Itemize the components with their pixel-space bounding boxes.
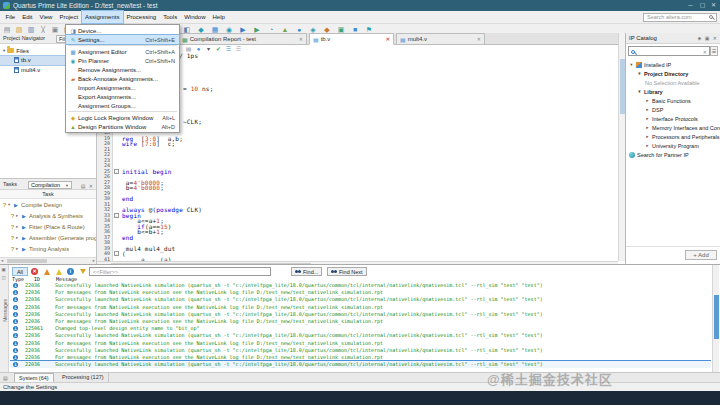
- indent-icon[interactable]: ☰: [225, 45, 232, 53]
- run-task-icon[interactable]: ▶: [22, 246, 29, 252]
- message-row[interactable]: i22036Successfully launched NativeLink s…: [10, 282, 711, 289]
- message-row[interactable]: i125061Changed top-level design entity n…: [10, 325, 711, 332]
- filter-warnings-button[interactable]: [54, 267, 63, 276]
- close-button[interactable]: ✕: [708, 0, 719, 11]
- add-ip-button[interactable]: + Add: [685, 250, 717, 260]
- close-tab-icon[interactable]: ✕: [299, 36, 303, 42]
- menu-view[interactable]: View: [36, 11, 56, 23]
- menu-item-remove-assignments[interactable]: Remove Assignments...: [66, 65, 179, 74]
- ip-item-dsp[interactable]: ▸DSP: [626, 105, 720, 114]
- close-tab-icon[interactable]: ✕: [386, 36, 390, 42]
- filter-errors-button[interactable]: ✕: [30, 267, 39, 276]
- dock-icon[interactable]: ▣: [2, 267, 6, 272]
- find-button[interactable]: Find...: [291, 267, 322, 276]
- menu-item-design-partitions-window[interactable]: ▲Design Partitions WindowAlt+D: [66, 122, 179, 131]
- message-row[interactable]: i22036Successfully launched NativeLink s…: [10, 361, 711, 368]
- menu-edit[interactable]: Edit: [19, 11, 36, 23]
- expand-arrow-icon[interactable]: ▸: [645, 134, 650, 139]
- tasks-panel-icons[interactable]: ▤ ✕: [81, 181, 94, 192]
- message-row[interactable]: i22036For messages from NativeLink execu…: [10, 318, 711, 325]
- run-task-icon[interactable]: ▶: [22, 224, 29, 230]
- expand-arrow-icon[interactable]: ▸: [645, 98, 650, 103]
- task-timing-analysis[interactable]: ?▸▶Timing Analysis: [0, 243, 96, 254]
- run-task-icon[interactable]: ▶: [22, 235, 29, 241]
- menu-project[interactable]: Project: [56, 11, 82, 23]
- spell-check-icon[interactable]: ✔: [215, 45, 222, 53]
- expand-arrow-icon[interactable]: ▾: [3, 48, 5, 53]
- clear-search-icon[interactable]: ✕: [703, 47, 707, 57]
- close-tab-icon[interactable]: ✕: [477, 36, 481, 42]
- filter-critical-warnings-button[interactable]: [42, 267, 51, 276]
- ip-item-university-program[interactable]: ▸University Program: [626, 141, 720, 150]
- menu-item-assignment-editor[interactable]: ▦Assignment EditorCtrl+Shift+A: [66, 47, 179, 56]
- message-row[interactable]: i22036For messages from NativeLink execu…: [10, 289, 711, 296]
- menu-item-settings[interactable]: ✎Settings...Ctrl+Shift+E: [66, 35, 179, 44]
- message-row[interactable]: i22036For messages from NativeLink execu…: [10, 340, 711, 347]
- ip-item-installed-ip[interactable]: ▾Installed IP: [626, 60, 720, 69]
- expand-arrow-icon[interactable]: ▾: [629, 62, 634, 67]
- menu-item-assignment-groups[interactable]: Assignment Groups...: [66, 101, 179, 110]
- task-compile-design[interactable]: ?▾▶Compile Design: [0, 199, 96, 210]
- menu-item-back-annotate-assignments[interactable]: ▰Back-Annotate Assignments...: [66, 74, 179, 83]
- menu-processing[interactable]: Processing: [123, 11, 160, 23]
- menu-item-export-assignments[interactable]: Export Assignments...: [66, 92, 179, 101]
- ip-item-project-directory[interactable]: ▾Project Directory: [626, 69, 720, 78]
- tab-compilation-report-test[interactable]: ▦Compilation Report - test✕: [178, 33, 307, 45]
- code-editor[interactable]: `timescale 1ns / 1psmodule tb;reg CLK;pa…: [122, 53, 616, 261]
- menu-item-device[interactable]: ◨Device...: [66, 26, 179, 35]
- expand-arrow-icon[interactable]: ▸: [645, 143, 650, 148]
- menu-file[interactable]: File: [2, 11, 19, 23]
- ip-search-options-button[interactable]: ☰: [710, 46, 718, 56]
- messages-tabs-icon[interactable]: ▤: [3, 375, 8, 381]
- ip-item-no-selection-available[interactable]: No Selection Available: [626, 78, 720, 87]
- messages-vscrollbar[interactable]: [712, 265, 719, 372]
- ip-catalog-search-input[interactable]: ✕: [628, 46, 710, 56]
- ip-item-library[interactable]: ▾Library: [626, 87, 720, 96]
- task-flow-select[interactable]: Compilation▼: [28, 181, 72, 189]
- tab-mult4-v[interactable]: ▤mult4.v✕: [396, 33, 485, 45]
- print-icon[interactable]: ▤: [185, 45, 192, 53]
- fold-marker-icon[interactable]: -: [114, 251, 119, 256]
- message-row[interactable]: i22036Successfully launched NativeLink s…: [10, 332, 711, 339]
- fold-marker-icon[interactable]: -: [114, 213, 119, 218]
- message-row[interactable]: i22036Successfully launched NativeLink s…: [10, 347, 711, 354]
- message-filter-input[interactable]: <<Filter>>: [89, 267, 271, 276]
- ip-item-processors-and-peripherals[interactable]: ▸Processors and Peripherals: [626, 132, 720, 141]
- ip-item-basic-functions[interactable]: ▸Basic Functions: [626, 96, 720, 105]
- menu-item-import-assignments[interactable]: Import Assignments...: [66, 83, 179, 92]
- find-next-button[interactable]: Find Next: [327, 267, 367, 276]
- expand-arrow-icon[interactable]: ▸: [645, 125, 650, 130]
- menu-assignments[interactable]: Assignments: [82, 11, 123, 23]
- menu-tools[interactable]: Tools: [160, 11, 181, 23]
- maximize-button[interactable]: ▢: [697, 0, 708, 11]
- word-wrap-icon[interactable]: ☰: [235, 45, 242, 53]
- run-task-icon[interactable]: ▶: [22, 213, 29, 219]
- message-row[interactable]: i22036Successfully launched NativeLink s…: [10, 296, 711, 303]
- tab-tb-v[interactable]: ▤tb.v✕: [309, 33, 394, 45]
- menu-window[interactable]: Window: [181, 11, 209, 23]
- menu-help[interactable]: Help: [209, 11, 228, 23]
- ip-catalog-panel-icons[interactable]: ◈ ▣ ✕: [697, 33, 718, 44]
- filter-all-button[interactable]: All: [12, 267, 28, 276]
- filter-info-button[interactable]: i: [66, 267, 75, 276]
- menu-item-pin-planner[interactable]: ◉Pin PlannerCtrl+Shift+N: [66, 56, 179, 65]
- run-task-icon[interactable]: ▶: [14, 202, 21, 208]
- expand-arrow-icon[interactable]: ▾: [637, 71, 642, 76]
- fold-marker-icon[interactable]: -: [114, 169, 119, 174]
- task-assembler-generate-programming-files[interactable]: ?▸▶Assembler (Generate programming files…: [0, 232, 96, 243]
- expand-arrow-icon[interactable]: ▾: [637, 89, 642, 94]
- expand-arrow-icon[interactable]: ▸: [645, 107, 650, 112]
- expand-arrow-icon[interactable]: ▸: [645, 116, 650, 121]
- message-row[interactable]: i22036For messages from NativeLink execu…: [10, 304, 711, 311]
- info-icon[interactable]: ●: [195, 45, 202, 53]
- menu-item-logic-lock-regions-window[interactable]: ◆Logic Lock Regions WindowAlt+L: [66, 113, 179, 122]
- editor-vscrollbar[interactable]: [618, 33, 625, 261]
- ip-item-search-for-partner-ip[interactable]: Search for Partner IP: [626, 150, 720, 159]
- message-row[interactable]: i22036For messages from NativeLink execu…: [10, 354, 711, 361]
- altera-search-input[interactable]: Search altera.com: [643, 13, 717, 22]
- message-row[interactable]: i22036Successfully launched NativeLink s…: [10, 311, 711, 318]
- tasks-hscrollbar[interactable]: ◂▸: [0, 257, 96, 264]
- minimize-button[interactable]: ─: [685, 0, 696, 11]
- task-analysis-synthesis[interactable]: ?▸▶Analysis & Synthesis: [0, 210, 96, 221]
- bookmark-icon[interactable]: ▾: [205, 45, 212, 53]
